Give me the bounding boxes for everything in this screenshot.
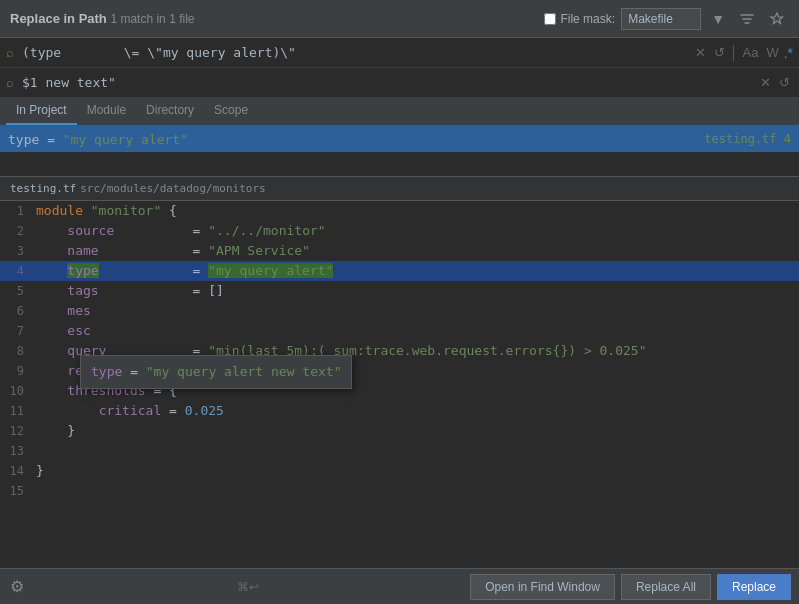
search-row-replace: ⌕ ✕ ↺ [0, 68, 799, 98]
find-icon: ⌕ [6, 45, 14, 60]
line-num-9: 9 [0, 361, 32, 381]
line-num-10: 10 [0, 381, 32, 401]
code-line-14: 14 } [0, 461, 799, 481]
file-path: src/modules/datadog/monitors [80, 182, 265, 195]
code-line-2: 2 source = "../../monitor" [0, 221, 799, 241]
replace-history-btn[interactable]: ↺ [776, 74, 793, 91]
code-line-13: 13 [0, 441, 799, 461]
replace-button[interactable]: Replace [717, 574, 791, 600]
filter-icon[interactable] [735, 9, 759, 29]
line-content-4: type = "my query alert" [32, 261, 799, 281]
regex-history-btn[interactable]: ↺ [711, 44, 728, 61]
line-num-4: 4 [0, 261, 32, 281]
code-area: 1 module "monitor" { 2 source = "../../m… [0, 201, 799, 501]
line-num-3: 3 [0, 241, 32, 261]
line-content-7: esc [32, 321, 799, 341]
tooltip-equals: = [130, 364, 146, 379]
file-mask-checkbox-wrapper[interactable]: File mask: [544, 12, 615, 26]
line-content-11: critical = 0.025 [32, 401, 799, 421]
line-num-11: 11 [0, 401, 32, 421]
line-content-2: source = "../../monitor" [32, 221, 799, 241]
clear-replace-btn[interactable]: ✕ [757, 74, 774, 91]
bottom-bar: ⚙ ⌘↩ Open in Find Window Replace All Rep… [0, 568, 799, 604]
line-content-14: } [32, 461, 799, 481]
code-line-4: 4 type = "my query alert" [0, 261, 799, 281]
tab-in-project[interactable]: In Project [6, 97, 77, 125]
divider1 [733, 45, 734, 61]
pin-icon[interactable] [765, 9, 789, 29]
code-line-1: 1 module "monitor" { [0, 201, 799, 221]
file-name: testing.tf [10, 182, 76, 195]
tooltip-value: "my query alert new text" [146, 364, 342, 379]
regex-btn[interactable]: .* [784, 45, 793, 61]
title-bar: Replace in Path 1 match in 1 file File m… [0, 0, 799, 38]
results-area: type = "my query alert" testing.tf 4 [0, 126, 799, 176]
line-content-3: name = "APM Service" [32, 241, 799, 261]
line-content-5: tags = [] [32, 281, 799, 301]
find-actions: ✕ ↺ Aa W .* [692, 44, 793, 61]
file-path-bar: testing.tf src/modules/datadog/monitors [0, 177, 799, 201]
file-mask-dropdown-btn[interactable]: ▼ [707, 9, 729, 29]
line-num-6: 6 [0, 301, 32, 321]
line-num-14: 14 [0, 461, 32, 481]
line-num-7: 7 [0, 321, 32, 341]
result-key: type [8, 132, 39, 147]
open-in-find-window-button[interactable]: Open in Find Window [470, 574, 615, 600]
match-info: 1 match in 1 file [110, 12, 194, 26]
code-line-11: 11 critical = 0.025 [0, 401, 799, 421]
line-num-13: 13 [0, 441, 32, 461]
code-line-15: 15 [0, 481, 799, 501]
shortcut-hint: ⌘↩ [32, 580, 464, 594]
replace-preview-tooltip: type = "my query alert new text" [80, 355, 352, 389]
replace-input[interactable] [22, 75, 753, 90]
code-line-7: 7 esc [0, 321, 799, 341]
settings-button[interactable]: ⚙ [8, 575, 26, 598]
search-row-find: ⌕ ✕ ↺ Aa W .* [0, 38, 799, 68]
code-line-12: 12 } [0, 421, 799, 441]
tabs-bar: In Project Module Directory Scope [0, 98, 799, 126]
tooltip-key: type [91, 364, 122, 379]
dialog-title: Replace in Path 1 match in 1 file [10, 11, 536, 26]
word-btn[interactable]: W [763, 44, 781, 61]
result-row[interactable]: type = "my query alert" testing.tf 4 [0, 126, 799, 152]
line-content-12: } [32, 421, 799, 441]
file-mask-label: File mask: [560, 12, 615, 26]
match-case-btn[interactable]: Aa [739, 44, 761, 61]
code-line-6: 6 mes type = "my query alert new text" [0, 301, 799, 321]
file-mask-area: File mask: ▼ [544, 8, 789, 30]
file-mask-input[interactable] [621, 8, 701, 30]
replace-icon: ⌕ [6, 75, 14, 90]
tab-module[interactable]: Module [77, 97, 136, 125]
code-editor: 1 module "monitor" { 2 source = "../../m… [0, 201, 799, 604]
file-mask-checkbox[interactable] [544, 13, 556, 25]
line-num-5: 5 [0, 281, 32, 301]
find-input[interactable] [22, 45, 688, 60]
result-value: "my query alert" [63, 132, 188, 147]
result-file: testing.tf 4 [704, 132, 791, 146]
code-line-5: 5 tags = [] [0, 281, 799, 301]
code-line-3: 3 name = "APM Service" [0, 241, 799, 261]
line-num-1: 1 [0, 201, 32, 221]
replace-actions: ✕ ↺ [757, 74, 793, 91]
line-num-15: 15 [0, 481, 32, 501]
clear-find-btn[interactable]: ✕ [692, 44, 709, 61]
tab-directory[interactable]: Directory [136, 97, 204, 125]
line-num-12: 12 [0, 421, 32, 441]
line-num-8: 8 [0, 341, 32, 361]
line-content-1: module "monitor" { [32, 201, 799, 221]
result-code: type = "my query alert" [8, 132, 704, 147]
line-content-6: mes [32, 301, 799, 321]
replace-all-button[interactable]: Replace All [621, 574, 711, 600]
tab-scope[interactable]: Scope [204, 97, 258, 125]
line-num-2: 2 [0, 221, 32, 241]
